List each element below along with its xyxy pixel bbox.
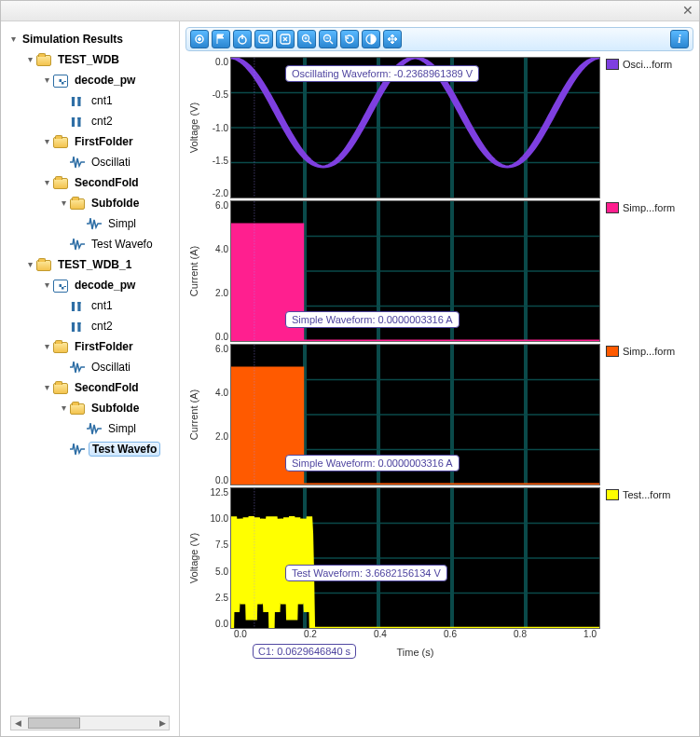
expander-icon[interactable] [57,442,70,455]
expander-icon[interactable] [57,114,70,127]
legend-swatch [606,202,619,213]
expander-icon[interactable] [40,278,53,291]
tree-item[interactable]: Oscillati [1,152,179,172]
tree-item-label: Test Wavefo [89,237,156,252]
module-icon [53,75,68,88]
tree-item[interactable]: Subfolde [1,398,179,418]
svg-line-11 [330,41,333,44]
expander-icon[interactable] [40,175,53,188]
tree-item-label: cnt1 [89,298,116,313]
tree-item-label: FirstFolder [72,134,136,149]
plot-canvas[interactable]: Simple Waveform: 0.0000003316 A [230,344,600,485]
info-button[interactable]: i [670,30,689,48]
tree-item[interactable]: Simpl [1,418,179,439]
wave-icon [70,155,85,170]
y-axis-ticks: 12.510.07.55.02.50.0 [202,487,230,629]
tree-body: TEST_WDBdecode_pwcnt1cnt2FirstFolderOsci… [1,49,179,459]
expander-icon[interactable] [7,32,20,45]
plot-canvas[interactable]: Oscillating Waveform: -0.2368961389 V [230,57,600,198]
pulse-icon [70,319,85,334]
expander-icon[interactable] [40,339,53,352]
tree-item[interactable]: decode_pw [1,70,179,90]
power-button[interactable] [233,30,252,48]
toolbar-buttons [190,30,402,48]
tree-item-label: decode_pw [72,278,138,293]
cursor-label: C1: 0.0629646840 s [253,644,356,659]
wave-icon [87,421,102,436]
x-axis-ticks-row: 0.00.20.40.60.81.0 [185,629,693,644]
tree-root-label: Simulation Results [20,32,126,47]
zoom-out-button[interactable] [319,30,337,48]
chart-toolbar: i [185,27,693,51]
tree-item[interactable]: Test Wavefo [1,439,179,459]
pocket-button[interactable] [254,30,273,48]
expander-icon[interactable] [57,155,70,168]
y-axis-label: Current (A) [185,344,202,485]
tree-item[interactable]: Simpl [1,213,179,234]
expander-icon[interactable] [74,216,87,229]
close-sq-button[interactable] [276,30,295,48]
folder-icon [53,342,68,353]
expander-icon[interactable] [57,319,70,332]
chart-panel: i Voltage (V)0.0-0.5-1.0-1.5-2.0Oscillat… [180,21,699,736]
tree-item[interactable]: Oscillati [1,357,179,377]
tree-item-label: decode_pw [72,73,138,88]
tree-panel: Simulation Results TEST_WDBdecode_pwcnt1… [1,21,180,736]
redo-button[interactable] [340,30,359,48]
expander-icon[interactable] [23,257,36,270]
expander-icon[interactable] [57,93,70,106]
y-axis-label: Current (A) [185,200,202,342]
legend-label: Osci...form [623,59,672,70]
tree-item[interactable]: cnt1 [1,295,179,316]
scroll-left-arrow[interactable]: ◀ [11,717,24,730]
tree-item[interactable]: decode_pw [1,275,179,295]
x-axis-ticks: 0.00.20.40.60.81.0 [230,629,600,644]
expander-icon[interactable] [40,380,53,393]
tree-item-label: Test Wavefo [89,442,160,457]
expander-icon[interactable] [57,401,70,414]
tree-item[interactable]: SecondFold [1,377,179,398]
tree-item-label: Subfolde [89,196,142,211]
wave-icon [87,216,102,231]
expander-icon[interactable] [57,196,70,209]
legend-swatch [606,59,619,70]
legend: Osci...form [600,57,693,198]
scroll-thumb[interactable] [28,717,80,729]
close-button[interactable]: ✕ [680,3,695,18]
move-button[interactable] [383,30,402,48]
flag-button[interactable] [212,30,230,48]
tree-item-label: cnt1 [89,93,116,108]
expander-icon[interactable] [57,360,70,373]
tree-item[interactable]: SecondFold [1,172,179,193]
legend-label: Simp...form [623,202,675,213]
contrast-button[interactable] [362,30,380,48]
expander-icon[interactable] [40,73,53,86]
tree-item[interactable]: FirstFolder [1,336,179,357]
tree-item[interactable]: Subfolde [1,193,179,213]
tree-item[interactable]: TEST_WDB [1,49,179,70]
tree-item[interactable]: cnt2 [1,316,179,336]
pulse-icon [70,93,85,108]
tree-horizontal-scrollbar[interactable]: ◀ ▶ [10,716,170,730]
plot-row: Current (A)6.04.02.00.0Simple Waveform: … [185,344,693,485]
tree-item[interactable]: TEST_WDB_1 [1,254,179,275]
expander-icon[interactable] [23,52,36,65]
folder-icon [70,403,85,415]
tree-root[interactable]: Simulation Results [1,29,179,49]
tree-item[interactable]: Test Wavefo [1,234,179,254]
target-button[interactable] [190,30,209,48]
expander-icon[interactable] [74,421,87,434]
tree-item-label: Oscillati [89,360,133,375]
tree-item[interactable]: cnt2 [1,111,179,131]
legend-swatch [606,346,619,357]
plot-canvas[interactable]: Test Waveform: 3.6682156134 V [230,487,600,629]
expander-icon[interactable] [40,134,53,147]
expander-icon[interactable] [57,298,70,311]
plot-canvas[interactable]: Simple Waveform: 0.0000003316 A [230,200,600,342]
tree-item[interactable]: FirstFolder [1,131,179,152]
zoom-in-button[interactable] [297,30,316,48]
svg-point-1 [199,38,201,41]
expander-icon[interactable] [57,237,70,250]
tree-item[interactable]: cnt1 [1,90,179,111]
scroll-right-arrow[interactable]: ▶ [156,717,169,730]
